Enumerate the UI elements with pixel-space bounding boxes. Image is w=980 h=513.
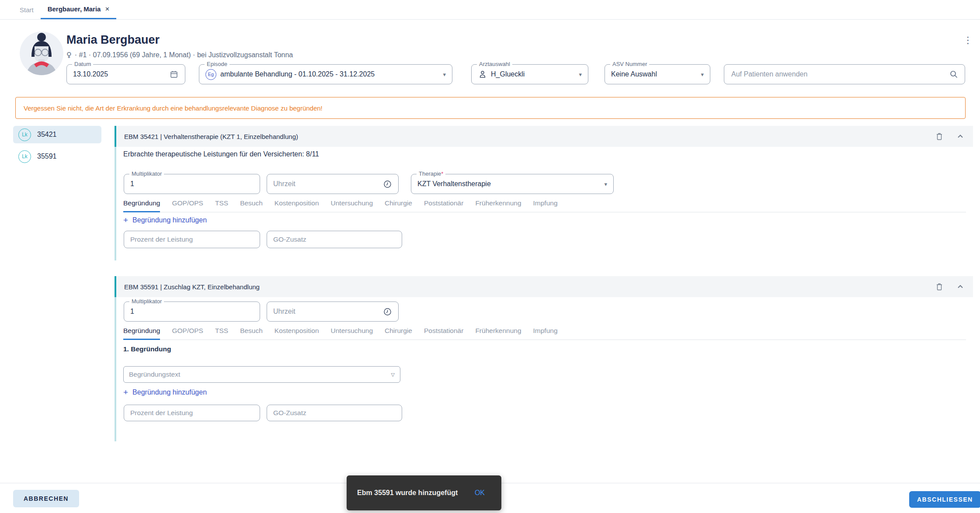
tab-kostenposition[interactable]: Kostenposition bbox=[275, 327, 319, 340]
search-icon[interactable] bbox=[949, 69, 959, 79]
sidebar-item-label: 35591 bbox=[37, 153, 57, 160]
card-accent-bar-light bbox=[115, 297, 116, 441]
diagnosis-warning-banner: Vergessen Sie nicht, die Art der Erkrank… bbox=[15, 97, 966, 119]
multiplikator-field[interactable]: Multiplikator bbox=[124, 174, 260, 194]
tab-poststationaer[interactable]: Poststationär bbox=[424, 327, 463, 340]
therapy-progress-text: Erbrachte therapeutische Leistungen für … bbox=[123, 150, 319, 158]
toast-message: Ebm 35591 wurde hinzugefügt bbox=[357, 489, 458, 497]
asv-nummer-select[interactable]: ASV Nummer Keine Auswahl ▾ bbox=[605, 64, 710, 84]
calendar-icon[interactable] bbox=[169, 69, 179, 79]
snackbar-toast: Ebm 35591 wurde hinzugefügt OK bbox=[347, 475, 501, 510]
arztauswahl-label: Arztauswahl bbox=[477, 61, 512, 67]
chevron-up-icon[interactable] bbox=[956, 132, 965, 141]
arztauswahl-value: H_Glueckli bbox=[491, 70, 574, 78]
ebm-35421-card: EBM 35421 | Verhaltenstherapie (KZT 1, E… bbox=[115, 126, 973, 260]
uhrzeit-field[interactable] bbox=[267, 302, 399, 322]
application-window: Start Bergbauer, Maria × Maria Ber bbox=[0, 0, 980, 513]
close-icon[interactable]: × bbox=[105, 5, 109, 13]
begruendungstext-select[interactable]: Begründungstext ▽ bbox=[123, 366, 400, 383]
tab-patient-bergbauer[interactable]: Bergbauer, Maria × bbox=[41, 0, 117, 19]
multiplikator-input[interactable] bbox=[130, 180, 254, 188]
prozent-der-leistung-input[interactable] bbox=[124, 231, 260, 248]
warning-text: Vergessen Sie nicht, die Art der Erkrank… bbox=[24, 104, 323, 112]
tab-tss[interactable]: TSS bbox=[215, 199, 228, 212]
chevron-down-icon: ▾ bbox=[604, 181, 607, 187]
prozent-der-leistung-input[interactable] bbox=[124, 405, 260, 421]
chevron-down-icon: ▾ bbox=[579, 71, 582, 78]
therapie-select[interactable]: Therapie* KZT Verhaltenstherapie ▾ bbox=[411, 174, 614, 194]
multiplikator-label: Multiplikator bbox=[129, 298, 164, 304]
multiplikator-label: Multiplikator bbox=[129, 171, 164, 177]
ebm-35421-card-header[interactable]: EBM 35421 | Verhaltenstherapie (KZT 1, E… bbox=[116, 126, 973, 147]
multiplikator-input[interactable] bbox=[130, 308, 254, 315]
tab-patient-label: Bergbauer, Maria bbox=[48, 5, 101, 13]
ebm-35591-card: EBM 35591 | Zuschlag KZT, Einzelbehandlu… bbox=[115, 276, 973, 441]
add-begruendung-link[interactable]: + Begründung hinzufügen bbox=[123, 216, 207, 224]
tab-impfung[interactable]: Impfung bbox=[533, 327, 558, 340]
episode-select[interactable]: Episode Eg ambulante Behandlung - 01.10.… bbox=[199, 64, 452, 84]
abbrechen-button[interactable]: ABBRECHEN bbox=[13, 490, 79, 507]
tab-impfung[interactable]: Impfung bbox=[533, 199, 558, 212]
tab-untersuchung[interactable]: Untersuchung bbox=[331, 199, 373, 212]
patient-search-field[interactable] bbox=[724, 64, 965, 84]
clock-icon[interactable] bbox=[382, 179, 392, 189]
episode-label: Episode bbox=[205, 61, 229, 67]
tab-besuch[interactable]: Besuch bbox=[240, 327, 263, 340]
required-asterisk: * bbox=[441, 170, 443, 177]
datum-input[interactable] bbox=[73, 70, 169, 78]
trash-icon[interactable] bbox=[935, 282, 944, 291]
patient-meta: ♀ · #1 · 07.09.1956 (69 Jahre, 1 Monat) … bbox=[66, 51, 293, 59]
go-zusatz-input[interactable] bbox=[267, 231, 402, 248]
arztauswahl-select[interactable]: Arztauswahl H_Glueckli ▾ bbox=[471, 64, 588, 84]
tab-begruendung[interactable]: Begründung bbox=[123, 199, 160, 212]
tab-kostenposition[interactable]: Kostenposition bbox=[275, 199, 319, 212]
patient-name: Maria Bergbauer bbox=[66, 33, 160, 47]
add-begruendung-link[interactable]: + Begründung hinzufügen bbox=[123, 388, 207, 396]
tabbar-divider bbox=[0, 19, 980, 20]
tab-poststationaer[interactable]: Poststationär bbox=[424, 199, 463, 212]
clock-icon[interactable] bbox=[382, 307, 392, 316]
datum-label: Datum bbox=[72, 61, 93, 67]
doctor-icon bbox=[478, 69, 487, 79]
datum-field[interactable]: Datum bbox=[66, 64, 185, 84]
kebab-menu-icon[interactable]: ⋮ bbox=[963, 36, 973, 45]
therapie-label: Therapie* bbox=[417, 171, 445, 177]
plus-icon: + bbox=[123, 216, 128, 224]
sidebar-item-35421[interactable]: Lk 35421 bbox=[13, 126, 101, 143]
sidebar-item-label: 35421 bbox=[37, 131, 57, 139]
tab-frueherkennung[interactable]: Früherkennung bbox=[475, 327, 521, 340]
card-title: EBM 35591 | Zuschlag KZT, Einzelbehandlu… bbox=[124, 283, 260, 291]
sidebar-item-35591[interactable]: Lk 35591 bbox=[13, 148, 101, 165]
tab-chirurgie[interactable]: Chirurgie bbox=[385, 199, 412, 212]
add-begruendung-label: Begründung hinzufügen bbox=[132, 216, 207, 224]
tab-start[interactable]: Start bbox=[13, 0, 41, 19]
tab-chirurgie[interactable]: Chirurgie bbox=[385, 327, 412, 340]
uhrzeit-input[interactable] bbox=[273, 180, 382, 188]
uhrzeit-input[interactable] bbox=[273, 308, 382, 315]
abschliessen-button[interactable]: ABSCHLIESSEN bbox=[909, 491, 980, 508]
episode-value: ambulante Behandlung - 01.10.2025 - 31.1… bbox=[220, 70, 438, 78]
app-tab-bar: Start Bergbauer, Maria × bbox=[0, 0, 980, 19]
trash-icon[interactable] bbox=[935, 132, 944, 141]
tab-untersuchung[interactable]: Untersuchung bbox=[331, 327, 373, 340]
search-input[interactable] bbox=[730, 70, 949, 79]
multiplikator-field[interactable]: Multiplikator bbox=[124, 302, 260, 322]
tab-besuch[interactable]: Besuch bbox=[240, 199, 263, 212]
tab-tss[interactable]: TSS bbox=[215, 327, 228, 340]
patient-meta-text: · #1 · 07.09.1956 (69 Jahre, 1 Monat) · … bbox=[75, 51, 293, 59]
chevron-down-icon: ▾ bbox=[701, 71, 704, 78]
therapie-value: KZT Verhaltenstherapie bbox=[417, 180, 600, 188]
tab-gop-ops[interactable]: GOP/OPS bbox=[172, 327, 203, 340]
card-tabs: Begründung GOP/OPS TSS Besuch Kostenposi… bbox=[123, 199, 966, 212]
add-begruendung-label: Begründung hinzufügen bbox=[132, 388, 207, 396]
tab-begruendung[interactable]: Begründung bbox=[123, 327, 160, 340]
chevron-up-icon[interactable] bbox=[956, 282, 965, 291]
tab-frueherkennung[interactable]: Früherkennung bbox=[475, 199, 521, 212]
go-zusatz-input[interactable] bbox=[267, 405, 402, 421]
tab-gop-ops[interactable]: GOP/OPS bbox=[172, 199, 203, 212]
episode-eg-badge: Eg bbox=[205, 69, 216, 80]
ebm-35591-card-header[interactable]: EBM 35591 | Zuschlag KZT, Einzelbehandlu… bbox=[116, 276, 973, 297]
uhrzeit-field[interactable] bbox=[267, 174, 399, 194]
lk-badge-icon: Lk bbox=[18, 150, 31, 163]
toast-ok-button[interactable]: OK bbox=[475, 489, 485, 497]
